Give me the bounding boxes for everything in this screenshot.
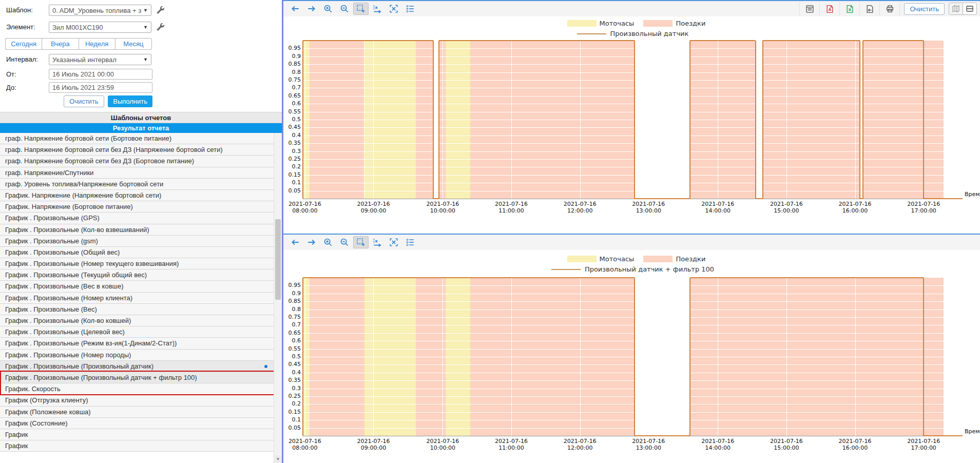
list-item-15[interactable]: График . Произвольные (Вес) — [0, 304, 274, 315]
list-item-7[interactable]: График . Произвольные (GPS) — [0, 213, 274, 224]
list-item-21[interactable]: График . Произвольные (Произвольный датч… — [0, 372, 274, 383]
y-tick-label: 0.2 — [292, 400, 301, 408]
list-item-label: граф. Напряжение бортовой сети (Бортовое… — [5, 134, 171, 142]
sensor-line-low — [924, 198, 963, 199]
zoom-in-icon[interactable] — [320, 236, 336, 248]
list-item-25[interactable]: График (Состояние) — [0, 418, 274, 429]
x-tick-label: 2021-07-1611:00:00 — [490, 201, 533, 214]
gridline-h — [303, 72, 963, 73]
list-item-16[interactable]: График . Произвольные (Кол-во ковшей) — [0, 315, 274, 326]
y-tick-label: 0.5 — [292, 116, 301, 123]
list-item-14[interactable]: График . Произвольные (Номер клиента) — [0, 293, 274, 304]
list-item-1[interactable]: граф. Напряжение бортовой сети без ДЗ (Н… — [0, 144, 274, 156]
to-label: До: — [6, 84, 16, 91]
nav-forward-icon[interactable] — [304, 3, 319, 15]
quick-range-1[interactable]: Вчера — [42, 38, 78, 50]
report-view-icon[interactable] — [799, 2, 820, 16]
gridline-v — [855, 278, 856, 436]
series-list-icon[interactable] — [402, 236, 418, 248]
sensor-line-label: Произвольный датчик + фильтр 100 — [585, 265, 714, 273]
sensor-line-high — [690, 277, 924, 278]
list-item-20[interactable]: График . Произвольные (Произвольный датч… — [0, 361, 274, 372]
list-scrollbar[interactable]: ▼ — [274, 133, 282, 463]
scrollbar-thumb[interactable] — [275, 219, 281, 300]
list-item-9[interactable]: График . Произвольные (gsm) — [0, 236, 274, 247]
interval-select[interactable]: Указанный интервал ▼ — [49, 54, 151, 65]
nav-forward-icon[interactable] — [304, 236, 319, 248]
list-item-2[interactable]: граф. Напряжение бортовой сети без ДЗ (Б… — [0, 156, 274, 167]
run-report-button[interactable]: Выполнить — [108, 95, 152, 107]
sensor-line-high — [863, 40, 924, 41]
from-date-input[interactable] — [49, 69, 152, 80]
list-item-10[interactable]: График . Произвольные (Общий вес) — [0, 247, 274, 258]
list-item-3[interactable]: граф. Напряжение/Спутники — [0, 167, 274, 179]
fit-extent-icon[interactable] — [386, 236, 401, 248]
chart-legend-bands: Моточасы Поездки — [303, 255, 963, 263]
quick-range-0[interactable]: Сегодня — [5, 38, 42, 50]
list-item-5[interactable]: График. Напряжение (Напряжение бортовой … — [0, 190, 274, 201]
list-item-24[interactable]: График (Положение ковша) — [0, 407, 274, 418]
wrench-icon[interactable] — [155, 5, 164, 14]
gridline-v — [373, 278, 374, 436]
list-item-26[interactable]: График — [0, 429, 274, 440]
scrollbar-down-arrow[interactable]: ▼ — [274, 455, 282, 463]
y-tick-label: 0.55 — [289, 108, 301, 115]
gridline-h — [303, 159, 963, 160]
list-item-13[interactable]: График . Произвольные (Вес в ковше) — [0, 281, 274, 292]
chart-toolbar — [283, 235, 980, 250]
report-result-header[interactable]: Результат отчета — [0, 123, 282, 133]
x-tick-label: 2021-07-1608:00:00 — [283, 201, 326, 214]
split-view-icon[interactable] — [963, 3, 976, 14]
series-list-icon[interactable] — [402, 3, 418, 15]
quick-range-2[interactable]: Неделя — [79, 38, 115, 50]
zoom-out-icon[interactable] — [337, 236, 352, 248]
gridline-h — [303, 341, 963, 341]
x-tick-label: 2021-07-1611:00:00 — [490, 438, 533, 451]
element-select[interactable]: Зил M001XC190 ▼ — [49, 22, 151, 33]
list-item-label: граф. Напряжение бортовой сети без ДЗ (Б… — [5, 157, 194, 165]
list-item-27[interactable]: График — [0, 440, 274, 452]
print-icon[interactable] — [880, 2, 900, 16]
clear-report-button[interactable]: Очистить — [904, 3, 945, 15]
list-item-6[interactable]: График. Напряжение (Бортовое питание) — [0, 201, 274, 213]
box-zoom-icon[interactable] — [353, 236, 369, 248]
quick-range-3[interactable]: Месяц — [115, 38, 152, 50]
list-item-23[interactable]: График (Отгрузка клиенту) — [0, 395, 274, 406]
list-item-0[interactable]: граф. Напряжение бортовой сети (Бортовое… — [0, 133, 274, 144]
list-item-8[interactable]: График . Произвольные (Кол-во взвешивани… — [0, 224, 274, 236]
wrench-icon[interactable] — [155, 22, 164, 31]
y-tick-label: 0.9 — [292, 53, 301, 60]
report-templates-list: граф. Напряжение бортовой сети (Бортовое… — [0, 133, 274, 463]
chart-plot[interactable]: Время — [303, 41, 963, 199]
y-tick-label: 0.4 — [292, 132, 301, 139]
list-item-18[interactable]: График . Произвольные (Режим вз-ия(1-Дин… — [0, 338, 274, 349]
x-tick-label: 2021-07-1610:00:00 — [421, 438, 464, 451]
template-select[interactable]: 0. ADM_Уровень топлива + з... ▼ — [49, 5, 151, 16]
list-item-12[interactable]: График . Произвольные (Текущий общий вес… — [0, 269, 274, 281]
export-pdf-icon[interactable] — [820, 2, 840, 16]
sensor-line-drop — [438, 41, 439, 199]
gridline-v — [855, 41, 856, 199]
list-item-19[interactable]: График . Произвольные (Номер породы) — [0, 350, 274, 361]
clear-form-button[interactable]: Очистить — [64, 95, 104, 107]
box-zoom-icon[interactable] — [353, 3, 369, 15]
y-tick-label: 0.3 — [292, 148, 301, 155]
zoom-in-icon[interactable] — [320, 3, 336, 15]
x-axis-zoom-icon[interactable] — [370, 236, 385, 248]
export-file-icon[interactable] — [860, 2, 880, 16]
fit-extent-icon[interactable] — [386, 3, 401, 15]
list-item-4[interactable]: граф. Уровень топлива/Напряжение бортово… — [0, 179, 274, 190]
nav-back-icon[interactable] — [287, 236, 303, 248]
zoom-out-icon[interactable] — [337, 3, 352, 15]
export-excel-icon[interactable] — [840, 2, 860, 16]
to-date-input[interactable] — [49, 82, 152, 93]
nav-back-icon[interactable] — [287, 3, 303, 15]
y-tick-label: 0.8 — [292, 306, 301, 313]
list-item-11[interactable]: График . Произвольные (Номер текущего вз… — [0, 258, 274, 269]
list-item-22[interactable]: График. Скорость — [0, 383, 274, 395]
map-view-icon[interactable] — [949, 3, 963, 14]
list-item-17[interactable]: График . Произвольные (Целевой вес) — [0, 326, 274, 338]
gridline-h — [303, 396, 963, 397]
x-axis-zoom-icon[interactable] — [370, 3, 385, 15]
chart-plot[interactable]: Время — [303, 278, 963, 436]
